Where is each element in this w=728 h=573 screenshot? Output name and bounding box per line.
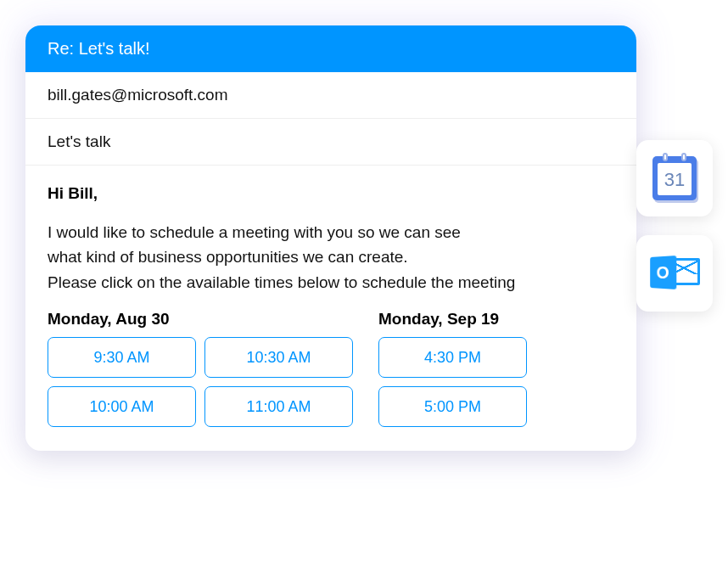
- calendar-ring-icon: [663, 153, 668, 161]
- body-line-2: what kind of business opportunities we c…: [48, 248, 408, 266]
- outlook-letter: O: [650, 256, 676, 289]
- google-calendar-icon: 31: [652, 156, 697, 200]
- to-field[interactable]: bill.gates@microsoft.com: [25, 72, 636, 119]
- body-line-3: Please click on the available times belo…: [48, 273, 515, 291]
- slot-grid-0: 9:30 AM 10:30 AM 10:00 AM 11:00 AM: [48, 337, 353, 427]
- body-line-1: I would like to schedule a meeting with …: [48, 223, 461, 241]
- time-slot-button[interactable]: 4:30 PM: [378, 337, 527, 378]
- slot-date-0: Monday, Aug 30: [48, 310, 353, 329]
- slot-date-1: Monday, Sep 19: [378, 310, 527, 329]
- calendar-ring-icon: [681, 153, 686, 161]
- time-slot-button[interactable]: 11:00 AM: [204, 386, 353, 427]
- time-slot-button[interactable]: 9:30 AM: [48, 337, 196, 378]
- calendar-day-number: 31: [664, 169, 685, 191]
- email-subject-prefixed: Re: Let's talk!: [48, 39, 150, 58]
- slot-grid-1: 4:30 PM 5:00 PM: [378, 337, 527, 427]
- email-body[interactable]: Hi Bill, I would like to schedule a meet…: [25, 166, 636, 451]
- body-text: I would like to schedule a meeting with …: [48, 220, 614, 295]
- google-calendar-tile[interactable]: 31: [636, 140, 713, 216]
- slot-group-1: Monday, Sep 19 4:30 PM 5:00 PM: [378, 310, 527, 427]
- greeting-text: Hi Bill,: [48, 184, 614, 203]
- time-slot-button[interactable]: 10:00 AM: [48, 386, 196, 427]
- to-field-value: bill.gates@microsoft.com: [48, 86, 228, 104]
- outlook-tile[interactable]: O: [636, 235, 713, 312]
- email-header-bar: Re: Let's talk!: [25, 25, 636, 72]
- subject-field[interactable]: Let's talk: [25, 119, 636, 166]
- subject-field-value: Let's talk: [48, 132, 110, 150]
- time-slots-container: Monday, Aug 30 9:30 AM 10:30 AM 10:00 AM…: [48, 310, 614, 427]
- integration-icons: 31 O: [636, 140, 713, 312]
- slot-group-0: Monday, Aug 30 9:30 AM 10:30 AM 10:00 AM…: [48, 310, 353, 427]
- time-slot-button[interactable]: 5:00 PM: [378, 386, 527, 427]
- time-slot-button[interactable]: 10:30 AM: [204, 337, 353, 378]
- email-compose-card: Re: Let's talk! bill.gates@microsoft.com…: [25, 25, 636, 451]
- outlook-icon: O: [649, 253, 700, 294]
